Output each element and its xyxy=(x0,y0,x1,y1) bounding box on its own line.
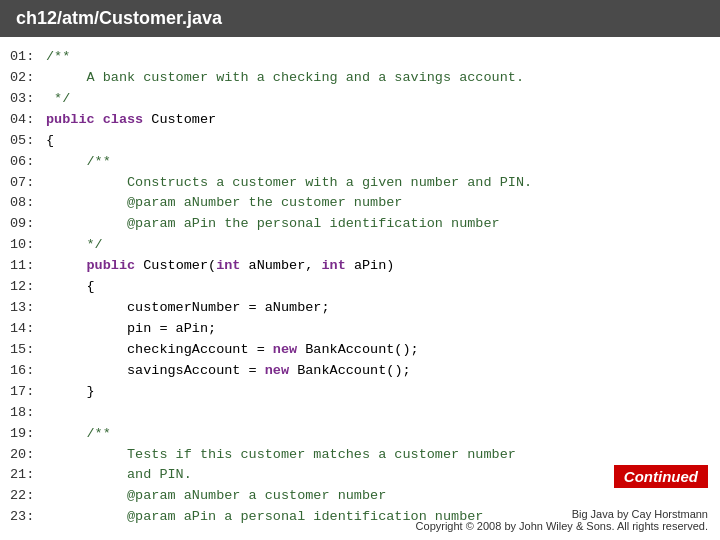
code-line-10: 10: */ xyxy=(0,235,720,256)
line-number: 06: xyxy=(10,152,46,173)
code-text: */ xyxy=(46,89,70,110)
code-line-21: 21: and PIN. xyxy=(0,465,720,486)
code-text: pin = aPin; xyxy=(46,319,216,340)
line-number: 08: xyxy=(10,193,46,214)
code-text: { xyxy=(46,131,54,152)
code-line-09: 09: @param aPin the personal identificat… xyxy=(0,214,720,235)
line-number: 01: xyxy=(10,47,46,68)
footer-copy: Copyright © 2008 by John Wiley & Sons. A… xyxy=(416,520,708,532)
code-line-05: 05: { xyxy=(0,131,720,152)
code-line-22: 22: @param aNumber a customer number xyxy=(0,486,720,507)
code-text: /** xyxy=(46,152,111,173)
line-number: 03: xyxy=(10,89,46,110)
page-title: ch12/atm/Customer.java xyxy=(16,8,222,28)
line-number: 18: xyxy=(10,403,46,424)
code-line-08: 08: @param aNumber the customer number xyxy=(0,193,720,214)
code-text: @param aNumber the customer number xyxy=(46,193,402,214)
code-text: } xyxy=(46,382,95,403)
code-line-13: 13: customerNumber = aNumber; xyxy=(0,298,720,319)
code-text: savingsAccount = new BankAccount(); xyxy=(46,361,411,382)
line-number: 21: xyxy=(10,465,46,486)
line-number: 02: xyxy=(10,68,46,89)
line-number: 05: xyxy=(10,131,46,152)
line-number: 16: xyxy=(10,361,46,382)
code-line-16: 16: savingsAccount = new BankAccount(); xyxy=(0,361,720,382)
code-line-18: 18: xyxy=(0,403,720,424)
code-line-07: 07: Constructs a customer with a given n… xyxy=(0,173,720,194)
code-line-12: 12: { xyxy=(0,277,720,298)
line-number: 04: xyxy=(10,110,46,131)
code-line-04: 04: public class Customer xyxy=(0,110,720,131)
code-line-06: 06: /** xyxy=(0,152,720,173)
footer: Big Java by Cay Horstmann Copyright © 20… xyxy=(416,508,708,532)
code-text: and PIN. xyxy=(46,465,192,486)
code-text: @param aNumber a customer number xyxy=(46,486,386,507)
code-line-02: 02: A bank customer with a checking and … xyxy=(0,68,720,89)
code-line-14: 14: pin = aPin; xyxy=(0,319,720,340)
code-text: customerNumber = aNumber; xyxy=(46,298,330,319)
code-line-15: 15: checkingAccount = new BankAccount(); xyxy=(0,340,720,361)
line-number: 13: xyxy=(10,298,46,319)
code-text: /** xyxy=(46,424,111,445)
code-text: public Customer(int aNumber, int aPin) xyxy=(46,256,394,277)
code-text: public class Customer xyxy=(46,110,216,131)
line-number: 12: xyxy=(10,277,46,298)
code-line-20: 20: Tests if this customer matches a cus… xyxy=(0,445,720,466)
code-text: A bank customer with a checking and a sa… xyxy=(46,68,524,89)
line-number: 10: xyxy=(10,235,46,256)
code-text: { xyxy=(46,277,95,298)
line-number: 11: xyxy=(10,256,46,277)
title-bar: ch12/atm/Customer.java xyxy=(0,0,720,37)
line-number: 15: xyxy=(10,340,46,361)
line-number: 07: xyxy=(10,173,46,194)
footer-book: Big Java by Cay Horstmann xyxy=(572,508,708,520)
line-number: 23: xyxy=(10,507,46,528)
line-number: 14: xyxy=(10,319,46,340)
code-line-19: 19: /** xyxy=(0,424,720,445)
line-number: 22: xyxy=(10,486,46,507)
code-text: Tests if this customer matches a custome… xyxy=(46,445,516,466)
code-line-11: 11: public Customer(int aNumber, int aPi… xyxy=(0,256,720,277)
code-line-01: 01: /** xyxy=(0,47,720,68)
code-area: 01: /** 02: A bank customer with a check… xyxy=(0,37,720,528)
code-text: @param aPin the personal identification … xyxy=(46,214,500,235)
line-number: 09: xyxy=(10,214,46,235)
continued-badge: Continued xyxy=(614,465,708,488)
code-text: Constructs a customer with a given numbe… xyxy=(46,173,532,194)
line-number: 17: xyxy=(10,382,46,403)
code-line-17: 17: } xyxy=(0,382,720,403)
code-text: */ xyxy=(46,235,103,256)
code-text: /** xyxy=(46,47,70,68)
line-number: 19: xyxy=(10,424,46,445)
code-text: checkingAccount = new BankAccount(); xyxy=(46,340,419,361)
line-number: 20: xyxy=(10,445,46,466)
code-line-03: 03: */ xyxy=(0,89,720,110)
